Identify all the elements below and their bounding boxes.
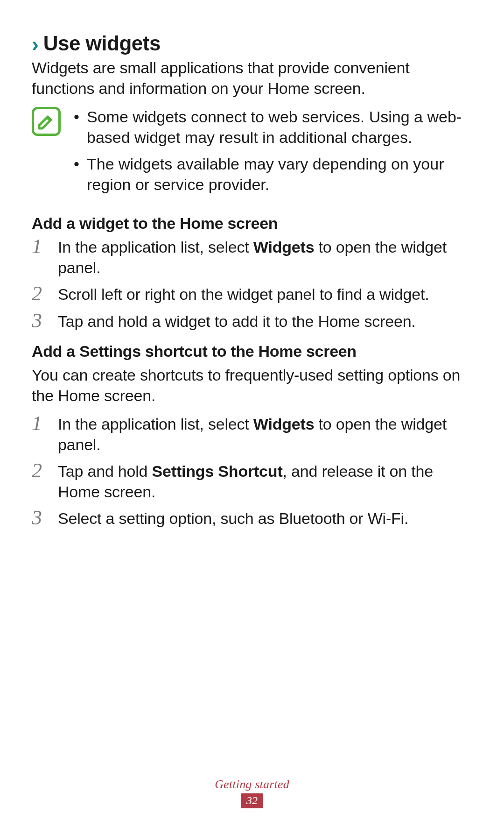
note-block: Some widgets connect to web services. Us… (32, 107, 470, 201)
step-number: 2 (32, 460, 49, 501)
note-icon-wrap (32, 107, 62, 201)
footer-page-number: 32 (241, 793, 263, 808)
chevron-icon: › (32, 34, 39, 55)
step-text: In the application list, select Widgets … (58, 237, 470, 278)
step-item: 3 Tap and hold a widget to add it to the… (32, 311, 470, 332)
note-list: Some widgets connect to web services. Us… (71, 107, 470, 201)
note-item: Some widgets connect to web services. Us… (71, 107, 470, 148)
step-number: 2 (32, 283, 49, 304)
intro-paragraph: Widgets are small applications that prov… (32, 58, 470, 99)
steps-list: 1 In the application list, select Widget… (32, 414, 470, 529)
step-item: 1 In the application list, select Widget… (32, 237, 470, 278)
step-text: Scroll left or right on the widget panel… (58, 284, 429, 305)
step-text: Tap and hold a widget to add it to the H… (58, 311, 416, 332)
step-text: Tap and hold Settings Shortcut, and rele… (58, 461, 470, 502)
subsection-title: Add a widget to the Home screen (32, 214, 470, 233)
step-item: 2 Tap and hold Settings Shortcut, and re… (32, 461, 470, 502)
step-number: 3 (32, 508, 49, 528)
subsection-intro: You can create shortcuts to frequently-u… (32, 365, 470, 406)
section-title: Use widgets (43, 32, 161, 55)
step-number: 1 (32, 236, 49, 277)
subsection-title: Add a Settings shortcut to the Home scre… (32, 342, 470, 360)
step-text: Select a setting option, such as Bluetoo… (58, 509, 408, 529)
step-number: 3 (32, 311, 49, 331)
step-item: 3 Select a setting option, such as Bluet… (32, 509, 470, 529)
page-footer: Getting started 32 (0, 778, 504, 808)
section-heading: › Use widgets (32, 32, 470, 55)
steps-list: 1 In the application list, select Widget… (32, 237, 470, 332)
note-item: The widgets available may vary depending… (71, 154, 470, 195)
note-pencil-icon (32, 107, 61, 136)
manual-page: › Use widgets Widgets are small applicat… (0, 0, 504, 827)
step-number: 1 (32, 413, 49, 454)
step-item: 1 In the application list, select Widget… (32, 414, 470, 455)
step-item: 2 Scroll left or right on the widget pan… (32, 284, 470, 305)
step-text: In the application list, select Widgets … (58, 414, 470, 455)
footer-section-name: Getting started (0, 778, 504, 792)
